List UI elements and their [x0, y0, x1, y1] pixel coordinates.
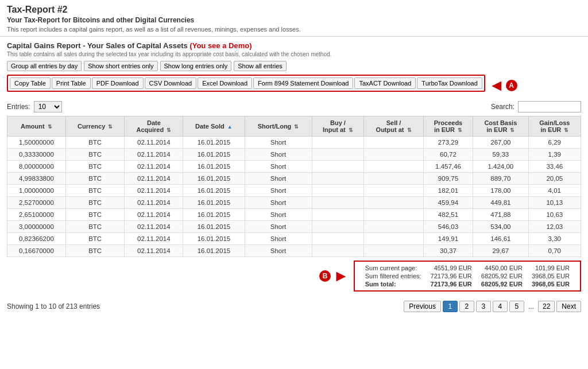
- label-a-badge: A: [506, 80, 517, 91]
- next-button[interactable]: Next: [556, 301, 581, 312]
- col-cost-basis[interactable]: Cost Basisin EUR ⇅: [473, 116, 528, 137]
- table-cell: 449,81: [473, 197, 528, 209]
- prev-button[interactable]: Previous: [404, 301, 441, 312]
- table-cell: Short: [245, 209, 312, 221]
- filter-group-by-day[interactable]: Group all entries by day: [7, 61, 82, 71]
- table-cell: [312, 185, 364, 197]
- col-sell-output[interactable]: Sell /Output at ⇅: [364, 116, 423, 137]
- entries-select[interactable]: 10 25 50 100: [34, 101, 62, 112]
- table-cell: BTC: [65, 197, 125, 209]
- turbotax-download-button[interactable]: TurboTax Download: [417, 77, 482, 89]
- excel-download-button[interactable]: Excel Download: [198, 77, 252, 89]
- filter-short-only[interactable]: Show short entries only: [84, 61, 157, 71]
- col-gain-loss[interactable]: Gain/Lossin EUR ⇅: [528, 116, 581, 137]
- table-cell: [312, 173, 364, 185]
- table-row: 1,50000000BTC02.11.201416.01.2015Short27…: [7, 137, 581, 149]
- table-cell: BTC: [65, 173, 125, 185]
- arrow-a-icon: ◄: [489, 77, 505, 94]
- summary-label: Sum filtered entries:: [361, 272, 426, 280]
- table-cell: 4,99833800: [7, 173, 66, 185]
- summary-proceeds: 72173,96 EUR: [426, 272, 477, 280]
- table-cell: 16.01.2015: [183, 185, 245, 197]
- table-cell: 02.11.2014: [125, 245, 183, 257]
- taxact-download-button[interactable]: TaxACT Download: [354, 77, 416, 89]
- table-body: 1,50000000BTC02.11.201416.01.2015Short27…: [7, 137, 581, 257]
- table-cell: BTC: [65, 245, 125, 257]
- table-cell: Short: [245, 161, 312, 173]
- table-cell: 889,70: [473, 173, 528, 185]
- table-cell: Short: [245, 245, 312, 257]
- summary-proceeds: 72173,96 EUR: [426, 280, 477, 288]
- table-cell: 02.11.2014: [125, 137, 183, 149]
- table-cell: 1,39: [528, 149, 581, 161]
- col-currency[interactable]: Currency ⇅: [65, 116, 125, 137]
- filter-long-only[interactable]: Show long entries only: [160, 61, 232, 71]
- table-cell: Short: [245, 185, 312, 197]
- col-amount[interactable]: Amount ⇅: [7, 116, 66, 137]
- col-date-acquired[interactable]: DateAcquired ⇅: [125, 116, 183, 137]
- table-cell: [312, 149, 364, 161]
- page-3-button[interactable]: 3: [476, 301, 491, 312]
- table-cell: 909,75: [423, 173, 473, 185]
- table-cell: 59,33: [473, 149, 528, 161]
- copy-table-button[interactable]: Copy Table: [10, 77, 51, 89]
- page-2-button[interactable]: 2: [459, 301, 474, 312]
- table-cell: [364, 173, 423, 185]
- table-cell: BTC: [65, 161, 125, 173]
- table-cell: 02.11.2014: [125, 173, 183, 185]
- header-section: Tax-Report #2 Your Tax-Report for Bitcoi…: [0, 0, 588, 37]
- table-cell: 16.01.2015: [183, 209, 245, 221]
- summary-wrapper: B ► Sum current page:4551,99 EUR4450,00 …: [7, 261, 581, 292]
- table-cell: [312, 197, 364, 209]
- table-cell: 60,72: [423, 149, 473, 161]
- table-cell: [312, 233, 364, 245]
- main-section: Capital Gains Report - Your Sales of Cap…: [0, 37, 588, 296]
- table-cell: 16.01.2015: [183, 245, 245, 257]
- form8949-download-button[interactable]: Form 8949 Statement Download: [253, 77, 353, 89]
- table-cell: 0,16670000: [7, 245, 66, 257]
- table-cell: 16.01.2015: [183, 149, 245, 161]
- showing-entries: Showing 1 to 10 of 213 entries: [7, 302, 100, 310]
- page-22-button[interactable]: 22: [538, 301, 555, 312]
- page-title: Tax-Report #2: [7, 5, 581, 15]
- table-cell: 273,29: [423, 137, 473, 149]
- table-cell: 1,00000000: [7, 185, 66, 197]
- table-cell: 02.11.2014: [125, 149, 183, 161]
- table-cell: 2,52700000: [7, 197, 66, 209]
- summary-gain-loss: 3968,05 EUR: [527, 280, 574, 288]
- page-ellipsis: ...: [526, 301, 536, 312]
- table-cell: 02.11.2014: [125, 221, 183, 233]
- page-4-button[interactable]: 4: [493, 301, 508, 312]
- table-cell: Short: [245, 149, 312, 161]
- table-cell: [312, 221, 364, 233]
- summary-gain-loss: 101,99 EUR: [527, 264, 574, 272]
- pdf-download-button[interactable]: PDF Download: [92, 77, 144, 89]
- table-cell: 182,01: [423, 185, 473, 197]
- search-row: Search:: [491, 101, 581, 112]
- table-cell: 8,00000000: [7, 161, 66, 173]
- print-table-button[interactable]: Print Table: [52, 77, 91, 89]
- search-input[interactable]: [518, 101, 581, 112]
- table-cell: 16.01.2015: [183, 221, 245, 233]
- col-buy-input[interactable]: Buy /Input at ⇅: [312, 116, 364, 137]
- table-cell: 3,30: [528, 233, 581, 245]
- col-proceeds[interactable]: Proceedsin EUR ⇅: [423, 116, 473, 137]
- page-wrapper: Tax-Report #2 Your Tax-Report for Bitcoi…: [0, 0, 588, 369]
- csv-download-button[interactable]: CSV Download: [145, 77, 197, 89]
- page-1-button[interactable]: 1: [443, 301, 458, 312]
- filter-show-all[interactable]: Show all entries: [234, 61, 287, 71]
- table-cell: 267,00: [473, 137, 528, 149]
- table-cell: [312, 209, 364, 221]
- table-cell: 0,33330000: [7, 149, 66, 161]
- col-short-long[interactable]: Short/Long ⇅: [245, 116, 312, 137]
- table-cell: [364, 245, 423, 257]
- table-cell: [364, 233, 423, 245]
- summary-row: Sum filtered entries:72173,96 EUR68205,9…: [361, 272, 574, 280]
- table-cell: 0,82366200: [7, 233, 66, 245]
- summary-proceeds: 4551,99 EUR: [426, 264, 477, 272]
- table-cell: Short: [245, 137, 312, 149]
- table-cell: 20,05: [528, 173, 581, 185]
- page-5-button[interactable]: 5: [509, 301, 524, 312]
- col-date-sold[interactable]: Date Sold ▲: [183, 116, 245, 137]
- table-cell: [364, 161, 423, 173]
